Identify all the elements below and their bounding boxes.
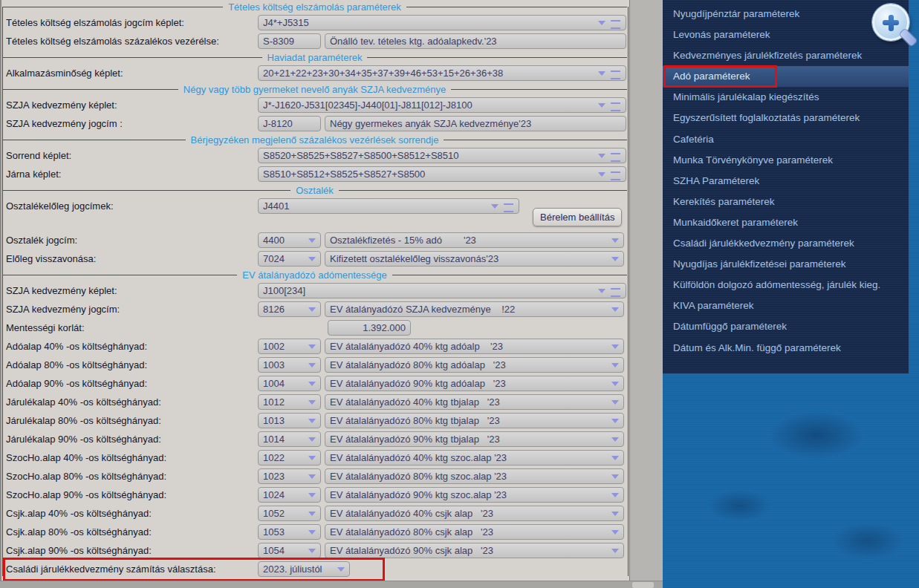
chevron-down-icon[interactable] xyxy=(611,363,619,368)
menu-handle-icon[interactable] xyxy=(611,172,620,180)
sidebar-item[interactable]: Minimális járulékalap kiegészítés xyxy=(663,87,909,108)
chevron-down-icon[interactable] xyxy=(611,257,619,261)
code-input[interactable]: S-8309 xyxy=(258,33,321,49)
description-select[interactable]: EV átalalányadózó 90% ktg tbjalap '23 xyxy=(325,431,624,447)
chevron-down-icon[interactable] xyxy=(308,493,316,497)
sidebar-item[interactable]: Kerekítés paraméterek xyxy=(663,192,909,212)
chevron-down-icon[interactable] xyxy=(611,493,619,497)
code-select[interactable]: 1014 xyxy=(258,431,321,447)
code-select[interactable]: 1003 xyxy=(258,357,321,373)
sidebar-item[interactable]: KIVA paraméterek xyxy=(663,295,909,316)
formula-input[interactable]: J4*+J5315 xyxy=(258,15,626,30)
formula-input[interactable]: J100[234] xyxy=(258,283,626,298)
number-input[interactable]: 1.392.000 xyxy=(328,320,411,336)
formula-input[interactable]: S8520+S8525+S8527+S8500+S8512+S8510 xyxy=(258,148,626,163)
chevron-down-icon[interactable] xyxy=(611,474,619,479)
chevron-down-icon[interactable] xyxy=(308,530,316,535)
chevron-down-icon[interactable] xyxy=(308,474,316,479)
scrollbar-corner[interactable] xyxy=(632,582,654,588)
code-select[interactable]: 1004 xyxy=(258,376,321,391)
chevron-down-icon[interactable] xyxy=(598,21,605,25)
chevron-down-icon[interactable] xyxy=(611,512,619,516)
chevron-down-icon[interactable] xyxy=(308,512,316,516)
sidebar-item[interactable]: Dátumfüggő paraméterek xyxy=(663,316,909,337)
formula-input[interactable]: J*-J1620-J531[02345]-J440[01]-J811[012]-… xyxy=(258,97,626,113)
code-select[interactable]: 1013 xyxy=(258,413,321,428)
code-input[interactable]: J-8120 xyxy=(258,116,321,131)
description-select[interactable]: Kifizetett osztalékelőleg visszavonás'23 xyxy=(325,251,624,267)
chevron-down-icon[interactable] xyxy=(308,382,316,386)
description-select[interactable]: EV átalalányadózó 80% ktg adóalap '23 xyxy=(325,357,624,373)
formula-input[interactable]: S8510+S8512+S8525+S8527+S8500 xyxy=(258,166,626,182)
description-select[interactable]: EV átalalányadózó 90% ktg adóalap '23 xyxy=(325,376,624,391)
chevron-down-icon[interactable] xyxy=(308,549,316,553)
chevron-down-icon[interactable] xyxy=(611,419,619,423)
code-select[interactable]: 1053 xyxy=(258,524,321,540)
chevron-down-icon[interactable] xyxy=(611,456,619,460)
chevron-down-icon[interactable] xyxy=(308,419,316,423)
sidebar-item[interactable]: Nyugdíjas járulékfizetései paraméterek xyxy=(663,254,909,275)
description-select[interactable]: EV átalalányadózó 40% ktg tbjalap '23 xyxy=(325,394,624,410)
chevron-down-icon[interactable] xyxy=(611,530,619,535)
magnifier-zoom-in-icon[interactable] xyxy=(871,2,915,48)
chevron-down-icon[interactable] xyxy=(308,238,316,243)
chevron-down-icon[interactable] xyxy=(491,204,499,209)
sidebar-item[interactable]: Dátum és Alk.Min. függő paraméterek xyxy=(663,338,909,359)
chevron-down-icon[interactable] xyxy=(308,363,316,368)
chevron-down-icon[interactable] xyxy=(308,257,316,261)
chevron-down-icon[interactable] xyxy=(308,437,316,442)
chevron-down-icon[interactable] xyxy=(611,400,619,405)
code-select[interactable]: 8126 xyxy=(258,301,321,317)
chevron-down-icon[interactable] xyxy=(308,456,316,460)
description-select[interactable]: EV átalalányadózó 80% csjk alap '23 xyxy=(325,524,624,540)
chevron-down-icon[interactable] xyxy=(308,307,316,312)
description-select[interactable]: EV átalalányadózó 40% ktg adóalp '23 xyxy=(325,339,624,354)
code-select[interactable]: 7024 xyxy=(258,251,321,267)
description-select[interactable]: EV átalalányadózó 90% csjk alap '23 xyxy=(325,543,624,558)
sidebar-item[interactable]: Egyszerűsített foglalkoztatás paramétere… xyxy=(663,108,909,128)
chevron-down-icon[interactable] xyxy=(611,238,619,243)
menu-handle-icon[interactable] xyxy=(611,20,620,29)
menu-handle-icon[interactable] xyxy=(611,102,620,111)
description-select[interactable]: EV átalalányadózó 40% csjk alap '23 xyxy=(325,506,624,521)
description-select[interactable]: EV átalányadózó SZJA kedvezménye !22 xyxy=(325,301,624,317)
description-select[interactable]: EV átalalányadózó 90% ktg szoc.alap '23 xyxy=(325,487,624,503)
chevron-down-icon[interactable] xyxy=(598,289,605,293)
sidebar-item[interactable]: Munkaidőkeret paraméterek xyxy=(663,212,909,233)
chevron-down-icon[interactable] xyxy=(308,400,316,405)
dropdown-select[interactable]: 2023. júliustól xyxy=(258,561,350,577)
description-select[interactable]: Osztalékfizetés - 15% adó '23 xyxy=(325,232,624,248)
chevron-down-icon[interactable] xyxy=(611,307,619,312)
code-select[interactable]: 1002 xyxy=(258,339,321,354)
chevron-down-icon[interactable] xyxy=(598,172,605,177)
sidebar-item[interactable]: Kedvezményes járulékfizetés paraméterek xyxy=(663,45,909,66)
description-select[interactable]: EV átalalányadózó 80% ktg szoc.alap '23 xyxy=(325,468,624,484)
chevron-down-icon[interactable] xyxy=(598,154,605,158)
menu-handle-icon[interactable] xyxy=(504,203,513,212)
code-select[interactable]: 1023 xyxy=(258,468,321,484)
chevron-down-icon[interactable] xyxy=(598,71,605,76)
description-select[interactable]: EV átalalányadózó 40% ktg szoc.alap '23 xyxy=(325,450,624,466)
menu-handle-icon[interactable] xyxy=(611,153,620,162)
formula-input[interactable]: J4401 xyxy=(258,198,519,214)
code-select[interactable]: 1024 xyxy=(258,487,321,503)
description-input[interactable]: Négy gyermekes anyák SZJA kedvezménye'23 xyxy=(325,116,626,131)
code-select[interactable]: 1012 xyxy=(258,394,321,410)
code-select[interactable]: 1052 xyxy=(258,506,321,521)
menu-handle-icon[interactable] xyxy=(611,71,620,79)
chevron-down-icon[interactable] xyxy=(611,382,619,386)
code-select[interactable]: 1022 xyxy=(258,450,321,466)
description-input[interactable]: Önálló tev. tételes ktg. adóalapkedv.'23 xyxy=(325,33,626,49)
sidebar-item[interactable]: SZHA Paraméterek xyxy=(663,171,909,192)
sidebar-item[interactable]: Külföldön dolgozó adómentesség, járulék … xyxy=(663,275,909,295)
code-select[interactable]: 4400 xyxy=(258,232,321,248)
chevron-down-icon[interactable] xyxy=(611,437,619,442)
formula-input[interactable]: 20+21+22+23+30+34+35+37+39+46+53+15+26+3… xyxy=(258,65,626,81)
menu-handle-icon[interactable] xyxy=(611,288,620,297)
sidebar-item[interactable]: Cafetéria xyxy=(663,129,909,150)
code-select[interactable]: 1054 xyxy=(258,543,321,558)
chevron-down-icon[interactable] xyxy=(337,567,345,572)
berelem-beallitas-button[interactable]: Bérelem beállítás xyxy=(533,208,622,226)
chevron-down-icon[interactable] xyxy=(598,103,605,108)
sidebar-item[interactable]: Munka Törvénykönyve paraméterek xyxy=(663,150,909,171)
